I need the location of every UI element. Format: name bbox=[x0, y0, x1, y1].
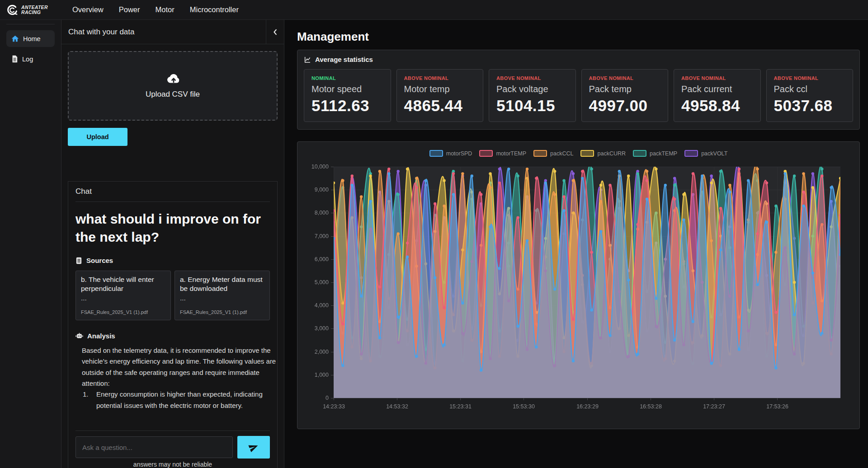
cloud-upload-icon bbox=[165, 73, 181, 85]
status-badge: ABOVE NOMINAL bbox=[681, 75, 753, 81]
csv-dropzone[interactable]: Upload CSV file bbox=[68, 51, 278, 121]
stat-label: Motor speed bbox=[311, 84, 383, 94]
stat-card-pack-voltage: ABOVE NOMINAL Pack voltage 5104.15 bbox=[489, 69, 576, 122]
chat-panel: Chat with your data Upload C bbox=[61, 20, 284, 468]
legend-label: packVOLT bbox=[701, 150, 727, 157]
stat-card-motor-speed: NOMINAL Motor speed 5112.63 bbox=[304, 69, 391, 122]
chart-legend: motorSPD motorTEMP packCCL packCURR pack… bbox=[305, 150, 852, 157]
home-icon bbox=[11, 35, 19, 42]
analysis-header: Analysis bbox=[75, 332, 270, 340]
analysis-item-text: Energy consumption is higher than expect… bbox=[96, 389, 277, 411]
stat-card-pack-current: ABOVE NOMINAL Pack current 4958.84 bbox=[674, 69, 761, 122]
nav-motor[interactable]: Motor bbox=[156, 5, 175, 14]
status-badge: ABOVE NOMINAL bbox=[774, 75, 846, 81]
chevron-left-icon bbox=[271, 28, 279, 36]
source-ellipsis: ... bbox=[81, 294, 165, 302]
top-bar: ANTEATER RACING Overview Power Motor Mic… bbox=[0, 0, 868, 20]
stat-value: 4997.00 bbox=[589, 97, 661, 115]
legend-swatch bbox=[479, 150, 493, 157]
nav-power[interactable]: Power bbox=[119, 5, 140, 14]
legend-item-packtemp[interactable]: packTEMP bbox=[633, 150, 677, 157]
stat-label: Pack voltage bbox=[496, 84, 568, 94]
legend-item-packvolt[interactable]: packVOLT bbox=[684, 150, 727, 157]
legend-swatch bbox=[533, 150, 547, 157]
analysis-label: Analysis bbox=[87, 332, 115, 340]
legend-label: packTEMP bbox=[650, 150, 677, 157]
log-file-icon bbox=[11, 55, 18, 63]
source-snippet: a. Energy Meter data must be downloaded bbox=[180, 275, 264, 293]
nav-overview[interactable]: Overview bbox=[72, 5, 104, 14]
stat-label: Pack current bbox=[681, 84, 753, 94]
stats-header-label: Average statistics bbox=[315, 56, 373, 63]
stat-value: 4865.44 bbox=[404, 97, 476, 115]
legend-item-packccl[interactable]: packCCL bbox=[533, 150, 573, 157]
top-nav: Overview Power Motor Microcontroller bbox=[72, 5, 239, 14]
legend-swatch bbox=[429, 150, 443, 157]
send-paper-plane-icon bbox=[249, 442, 259, 452]
stat-card-motor-temp: ABOVE NOMINAL Motor temp 4865.44 bbox=[396, 69, 484, 122]
legend-label: packCCL bbox=[550, 150, 573, 157]
anteater-logo-icon bbox=[5, 4, 18, 16]
source-snippet: b. The vehicle will enter perpendicular bbox=[81, 275, 165, 293]
upload-button[interactable]: Upload bbox=[68, 128, 127, 146]
sidebar-divider bbox=[6, 24, 55, 24]
sidebar-item-home[interactable]: Home bbox=[6, 30, 55, 47]
source-filename: FSAE_Rules_2025_V1 (1).pdf bbox=[180, 309, 264, 316]
brand-logo[interactable]: ANTEATER RACING bbox=[5, 4, 61, 16]
chat-panel-body: Upload CSV file Upload Chat what should … bbox=[61, 44, 284, 468]
telemetry-chart-canvas bbox=[305, 160, 853, 417]
legend-swatch bbox=[580, 150, 594, 157]
source-card[interactable]: a. Energy Meter data must be downloaded … bbox=[175, 271, 270, 320]
book-icon bbox=[75, 257, 82, 264]
sidebar-item-log[interactable]: Log bbox=[6, 51, 55, 67]
chat-section-title: Chat bbox=[75, 187, 270, 202]
source-card[interactable]: b. The vehicle will enter perpendicular … bbox=[75, 271, 171, 320]
chat-panel-header: Chat with your data bbox=[61, 20, 284, 44]
chat-card: Chat what should i improve on for the ne… bbox=[68, 181, 278, 468]
user-question: what should i improve on for the next la… bbox=[75, 210, 270, 246]
ask-row bbox=[75, 431, 270, 459]
legend-swatch bbox=[633, 150, 646, 157]
chat-panel-title: Chat with your data bbox=[61, 28, 266, 37]
status-badge: ABOVE NOMINAL bbox=[496, 75, 568, 81]
stat-label: Pack temp bbox=[589, 84, 661, 94]
sources-header: Sources bbox=[75, 257, 270, 264]
stat-card-pack-ccl: ABOVE NOMINAL Pack ccl 5037.68 bbox=[766, 69, 854, 122]
sidebar: Home Log bbox=[0, 20, 61, 468]
robot-icon bbox=[75, 332, 83, 339]
analysis-item-number: 1. bbox=[83, 389, 96, 411]
legend-item-motortemp[interactable]: motorTEMP bbox=[479, 150, 526, 157]
legend-label: motorSPD bbox=[446, 150, 472, 157]
sidebar-item-label: Home bbox=[23, 35, 41, 42]
page-title: Management bbox=[297, 30, 860, 44]
analysis-list: 1. Energy consumption is higher than exp… bbox=[83, 389, 277, 411]
brand-line1: ANTEATER bbox=[21, 5, 48, 10]
nav-microcontroller[interactable]: Microcontroller bbox=[190, 5, 239, 14]
source-filename: FSAE_Rules_2025_V1 (1).pdf bbox=[81, 309, 165, 316]
legend-item-packcurr[interactable]: packCURR bbox=[580, 150, 626, 157]
legend-item-motorspd[interactable]: motorSPD bbox=[429, 150, 472, 157]
status-badge: ABOVE NOMINAL bbox=[589, 75, 661, 81]
sidebar-item-label: Log bbox=[22, 56, 33, 63]
stat-cards-row: NOMINAL Motor speed 5112.63 ABOVE NOMINA… bbox=[304, 69, 853, 122]
legend-label: packCURR bbox=[597, 150, 626, 157]
stat-value: 5037.68 bbox=[774, 97, 846, 115]
analysis-intro: Based on the telemetry data, it is recom… bbox=[82, 345, 278, 389]
telemetry-chart-panel: motorSPD motorTEMP packCCL packCURR pack… bbox=[297, 141, 860, 429]
legend-label: motorTEMP bbox=[496, 150, 526, 157]
source-ellipsis: ... bbox=[180, 294, 264, 302]
collapse-panel-button[interactable] bbox=[266, 20, 284, 44]
stat-label: Pack ccl bbox=[774, 84, 846, 94]
brand-line2: RACING bbox=[21, 10, 48, 15]
stat-value: 5104.15 bbox=[496, 97, 568, 115]
line-chart-icon bbox=[304, 56, 311, 63]
ask-question-input[interactable] bbox=[75, 436, 233, 458]
dropzone-label: Upload CSV file bbox=[146, 90, 200, 99]
main-content: Management Average statistics NOMINAL Mo… bbox=[284, 20, 868, 468]
chat-footer-hint: answers may not be reliable bbox=[75, 461, 270, 468]
stat-value: 5112.63 bbox=[311, 97, 383, 115]
sources-label: Sources bbox=[86, 257, 113, 264]
brand-text: ANTEATER RACING bbox=[21, 5, 48, 14]
average-statistics-panel: Average statistics NOMINAL Motor speed 5… bbox=[297, 50, 860, 130]
send-button[interactable] bbox=[237, 436, 270, 459]
